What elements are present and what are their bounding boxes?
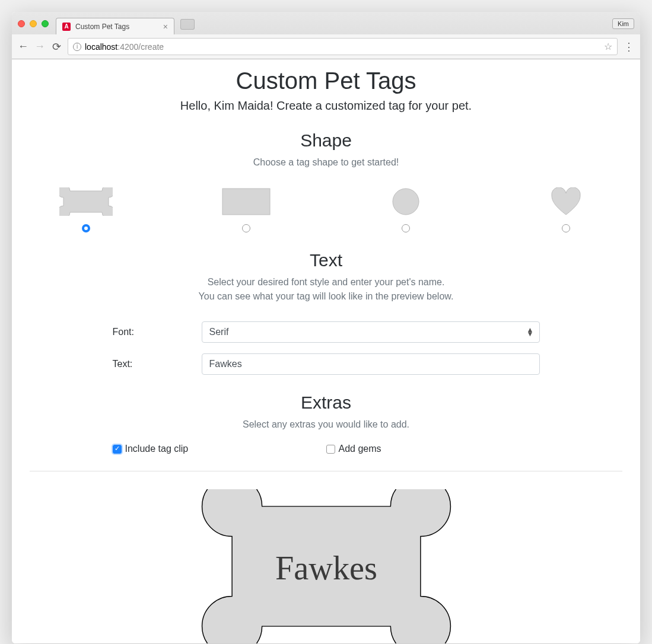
add-gems-checkbox[interactable] (326, 445, 335, 454)
extras-section-title: Extras (30, 393, 622, 413)
url-text: localhost:4200/create (85, 42, 164, 52)
page-title: Custom Pet Tags (30, 68, 622, 94)
tab-title: Custom Pet Tags (75, 23, 129, 31)
text-row: Text: (113, 353, 540, 375)
back-button[interactable]: ← (18, 42, 28, 52)
reload-button[interactable]: ⟳ (51, 42, 62, 52)
text-section-title: Text (30, 250, 622, 270)
font-select[interactable]: Serif (202, 321, 540, 343)
shape-option-heart[interactable] (539, 187, 593, 232)
browser-chrome: Custom Pet Tags × Kim ← → ⟳ i localhost:… (12, 12, 640, 59)
close-window-icon[interactable] (18, 20, 25, 27)
page-viewport: Custom Pet Tags Hello, Kim Maida! Create… (12, 59, 640, 643)
page-subtitle: Hello, Kim Maida! Create a customized ta… (30, 99, 622, 113)
window-controls (18, 20, 49, 27)
shape-section-title: Shape (30, 130, 622, 151)
shape-option-bone[interactable] (59, 187, 113, 232)
shape-radio-rectangle[interactable] (242, 224, 250, 232)
text-form: Font: Serif ▲▼ Text: (113, 321, 540, 375)
extra-add-gems[interactable]: Add gems (326, 444, 540, 454)
circle-shape-icon (379, 187, 432, 216)
add-gems-label: Add gems (339, 444, 381, 454)
heart-shape-icon (539, 187, 593, 216)
preview-pet-name: Fawkes (275, 550, 377, 586)
font-row: Font: Serif ▲▼ (113, 321, 540, 343)
bone-shape-icon (59, 187, 113, 216)
minimize-window-icon[interactable] (30, 20, 37, 27)
close-tab-icon[interactable]: × (163, 22, 168, 31)
shape-radio-heart[interactable] (562, 224, 570, 232)
extras-section-desc: Select any extras you would like to add. (30, 417, 622, 432)
shape-radio-circle[interactable] (402, 224, 410, 232)
browser-toolbar: ← → ⟳ i localhost:4200/create ☆ ⋮ (12, 34, 640, 59)
tab-bar: Custom Pet Tags × Kim (12, 12, 640, 34)
url-host: localhost (85, 42, 117, 52)
tag-clip-label: Include tag clip (125, 444, 189, 454)
tag-clip-checkbox[interactable] (113, 445, 122, 454)
svg-rect-0 (222, 189, 270, 215)
angular-favicon-icon (62, 23, 71, 31)
shape-option-rectangle[interactable] (220, 187, 273, 232)
browser-menu-icon[interactable]: ⋮ (624, 42, 634, 52)
bookmark-star-icon[interactable]: ☆ (604, 41, 612, 52)
address-bar[interactable]: i localhost:4200/create ☆ (68, 38, 618, 55)
browser-tab[interactable]: Custom Pet Tags × (56, 18, 174, 34)
extra-tag-clip[interactable]: Include tag clip (113, 444, 326, 454)
text-desc-line2: You can see what your tag will look like… (199, 291, 454, 301)
section-divider (30, 471, 622, 471)
font-label: Font: (113, 327, 202, 337)
text-label: Text: (113, 359, 202, 369)
shape-section-desc: Choose a tag shape to get started! (30, 155, 622, 170)
shape-option-circle[interactable] (379, 187, 432, 232)
text-section-desc: Select your desired font style and enter… (30, 275, 622, 304)
site-info-icon[interactable]: i (73, 43, 81, 51)
text-desc-line1: Select your desired font style and enter… (208, 277, 445, 287)
forward-button: → (34, 42, 45, 52)
svg-point-1 (393, 189, 419, 215)
shape-options-row (59, 187, 593, 232)
rectangle-shape-icon (220, 187, 273, 216)
pet-name-input[interactable] (202, 353, 540, 375)
url-path: :4200/create (117, 42, 164, 52)
shape-radio-bone[interactable] (82, 224, 90, 232)
browser-window: Custom Pet Tags × Kim ← → ⟳ i localhost:… (12, 12, 640, 643)
maximize-window-icon[interactable] (42, 20, 49, 27)
extras-row: Include tag clip Add gems (113, 444, 540, 454)
new-tab-button[interactable] (180, 19, 195, 30)
browser-user-badge[interactable]: Kim (612, 18, 634, 29)
tag-preview: Fawkes (30, 489, 622, 643)
